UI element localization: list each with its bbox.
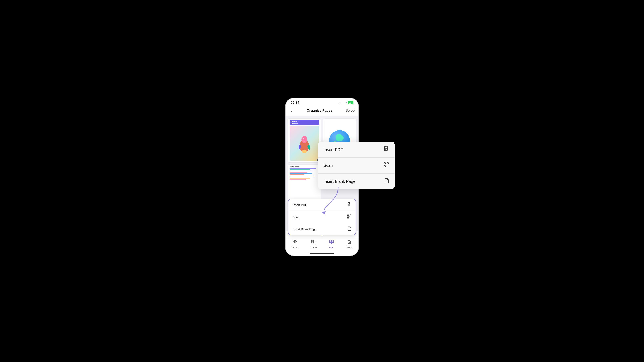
delete-label: Delete	[346, 246, 352, 249]
rotate-label: Rotate	[292, 246, 298, 249]
popup-small-blank-page-label: Insert Blank Page	[292, 227, 316, 231]
popup-small-blank-page-icon	[348, 226, 352, 232]
back-button[interactable]: ‹	[289, 107, 294, 114]
status-icons: 56+	[339, 101, 354, 104]
page-title: Organize Pages	[307, 109, 332, 113]
nav-bar: ‹ Organize Pages Select	[286, 105, 358, 116]
svg-rect-21	[348, 217, 349, 218]
toolbar-delete[interactable]: Delete	[344, 240, 355, 249]
popup-large-insert-pdf[interactable]: Insert PDF	[318, 142, 395, 158]
ecology-image	[290, 126, 319, 161]
extract-label: Extract	[310, 246, 317, 249]
svg-point-24	[294, 241, 295, 243]
popup-small-scan-icon	[347, 214, 352, 220]
svg-point-13	[303, 138, 304, 139]
rotate-icon	[292, 240, 297, 246]
popup-large-blank-page-icon	[384, 178, 389, 185]
svg-rect-7	[387, 163, 388, 164]
popup-large-scan[interactable]: Scan	[318, 158, 395, 174]
popup-small-scan[interactable]: Scan	[288, 211, 356, 223]
svg-rect-5	[384, 163, 386, 164]
popup-small-insert-pdf-label: Insert PDF	[292, 203, 307, 207]
svg-rect-1	[386, 146, 388, 148]
popup-small-scan-label: Scan	[292, 215, 300, 219]
svg-point-11	[302, 136, 307, 143]
bottom-toolbar: Rotate Extract	[286, 237, 358, 250]
wifi-icon	[344, 101, 347, 104]
svg-rect-27	[332, 240, 334, 243]
status-bar: 09:54 56+	[286, 98, 358, 105]
home-indicator	[310, 253, 334, 254]
signal-icon	[339, 101, 342, 104]
extract-icon	[311, 240, 316, 246]
popup-large-insert-pdf-label: Insert PDF	[324, 147, 343, 152]
battery-badge: 56+	[348, 101, 354, 104]
insert-label: Insert	[329, 246, 334, 249]
svg-point-14	[302, 150, 307, 153]
popup-large-insert-pdf-icon	[383, 146, 389, 153]
toolbar-items: Rotate Extract	[286, 240, 358, 249]
toolbar-extract[interactable]: Extract	[308, 240, 319, 249]
delete-icon	[347, 240, 352, 246]
svg-rect-20	[348, 215, 349, 216]
toolbar-rotate[interactable]: Rotate	[289, 240, 300, 249]
popup-large-scan-label: Scan	[324, 163, 333, 168]
svg-rect-16	[349, 203, 350, 204]
popup-small-blank-page[interactable]: Insert Blank Page	[288, 223, 356, 235]
svg-rect-26	[330, 240, 331, 243]
svg-rect-22	[350, 215, 351, 216]
popup-menu-small: Insert PDF Scan	[288, 199, 356, 236]
data-analysis-title: DATA ANALYSIS	[290, 166, 319, 167]
toolbar-insert[interactable]: Insert	[326, 240, 337, 249]
ecology-title: Essentialsof Ecology	[290, 120, 319, 125]
page-thumb-1[interactable]: Essentialsof Ecology	[288, 119, 321, 162]
svg-rect-6	[384, 166, 386, 167]
data-lines	[290, 168, 319, 180]
status-time: 09:54	[290, 101, 299, 105]
popup-menu-large: Insert PDF Scan	[318, 142, 395, 189]
popup-small-insert-pdf[interactable]: Insert PDF	[288, 199, 356, 211]
popup-large-blank-page[interactable]: Insert Blank Page	[318, 174, 395, 189]
select-button[interactable]: Select	[346, 109, 355, 113]
popup-small-insert-pdf-icon	[347, 202, 352, 208]
popup-arrow	[320, 234, 324, 237]
popup-large-scan-icon	[383, 162, 389, 169]
insert-icon	[329, 240, 334, 246]
popup-large-blank-page-label: Insert Blank Page	[324, 179, 356, 184]
